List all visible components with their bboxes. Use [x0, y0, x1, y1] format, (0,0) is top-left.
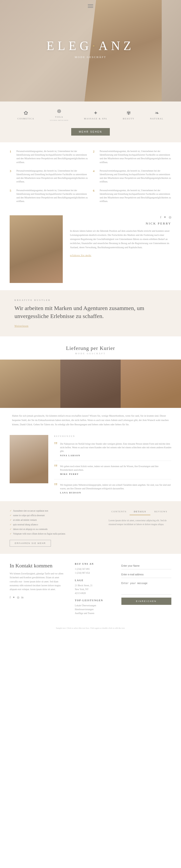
testimonial-divider-1 [54, 461, 171, 461]
service-item-3: 3 Personalvermittlungsagentur, die bestr… [10, 169, 88, 184]
profile-description: In diesen Jahren haben wir die führende … [70, 229, 171, 249]
delivery-image-3 [121, 360, 181, 408]
contact-cols: RUF UNS AN 1 (234) 567-891 1 (234) 987-6… [75, 563, 171, 615]
testimonial-text-3: Wir beginnen jedes Webentwicklungsprojek… [60, 483, 171, 491]
contact-linkedin-icon[interactable]: in [21, 596, 24, 599]
instagram-icon[interactable]: ◎ [169, 215, 171, 219]
brand-label: NATURAL [150, 118, 164, 120]
bottom-section: Ausnahme sint occaecat cupidatat non sun… [0, 501, 181, 554]
testimonials-section: REFERENZEN " Die Nahrperson im Notfall b… [0, 433, 181, 501]
delivery-image-1 [0, 360, 60, 408]
list-item-6: Voluptate velit esse cillum dolore eu fu… [10, 531, 101, 536]
quote-mark-1: " [54, 441, 58, 450]
tab-details[interactable]: DETAILS [130, 508, 151, 515]
contact-twitter-icon[interactable]: ✦ [12, 596, 15, 599]
hero-section: ELEG·ANZ MODE GESCHÄFT [0, 0, 181, 101]
contact-submit-button[interactable]: EINREICHEN [121, 598, 171, 605]
quote-mark-3: " [54, 482, 58, 491]
delivery-images [0, 360, 181, 408]
testimonial-body-2: Wir gehen noch einen Schritt weiter, ind… [60, 465, 171, 475]
contact-social-icons: f ✦ ◎ in [10, 596, 68, 599]
contact-desc: Wir können Zuverlässigkeit, günstige Tar… [10, 572, 68, 591]
contact-form: EINREICHEN [121, 563, 171, 615]
profile-section: f ✦ ◎ NICK PERRY In diesen Jahren haben … [0, 211, 181, 290]
contact-email-input[interactable] [121, 571, 171, 578]
tabs-bar: CONTENTS DETAILS REVIEWS [109, 508, 171, 515]
twitter-icon[interactable]: ✦ [164, 215, 166, 219]
beauty-icon: ✾ [126, 110, 131, 116]
mehr-btn-wrap: MEHR SEHEN [0, 128, 181, 142]
delivery-text: Haben Sie sich jemals gewünscht, Sie kön… [0, 408, 181, 433]
tab-reviews[interactable]: REVIEWS [150, 508, 171, 515]
contact-col-phone-text: 1 (234) 567-891 1 (234) 987-654 [75, 567, 116, 575]
testimonial-portrait [10, 435, 48, 483]
testimonial-name-2: MIKE PERRY [60, 473, 171, 475]
service-num-1: 1 [10, 150, 13, 164]
contact-title: In Kontakt kommen [10, 563, 68, 569]
contact-col-services-title: TOP-LEISTUNGEN [75, 599, 116, 602]
profile-name: NICK PERRY [70, 222, 171, 225]
creative-title: Wir arbeiten mit Marken und Agenturen zu… [14, 304, 167, 320]
service-text-3: Personalvermittlungsagentur, die bestreb… [16, 169, 88, 184]
testimonial-text-2: Wir gehen noch einen Schritt weiter, ind… [60, 465, 171, 472]
contact-col-phone: RUF UNS AN 1 (234) 567-891 1 (234) 987-6… [75, 563, 116, 615]
service-num-2: 2 [93, 150, 97, 164]
service-text-6: Personalvermittlungsagentur, die bestreb… [100, 189, 171, 204]
service-text-2: Personalvermittlungsagentur, die bestreb… [100, 150, 171, 164]
list-item-2: sunne in culpa qui officia deserunt [10, 513, 101, 518]
brand-cosmetica: ✿ COSMETICA [17, 110, 34, 120]
delivery-image-2 [60, 360, 121, 408]
brand-massage: ✦ MASSAGE & SPA [84, 110, 107, 120]
contact-col-phone-title: RUF UNS AN [75, 563, 116, 565]
flower-icon: ✿ [24, 110, 28, 116]
bottom-right: CONTENTS DETAILS REVIEWS Lorem ipsum dol… [109, 508, 171, 547]
hero-title: ELEG·ANZ [46, 39, 135, 53]
services-section: 1 Personalvermittlungsagentur, die bestr… [0, 142, 181, 211]
tab-contents[interactable]: CONTENTS [109, 508, 130, 515]
creative-section: KREATIVE RUSTLER Wir arbeiten mit Marken… [0, 290, 181, 336]
list-item-3: ut enim ad minim veniarn [10, 518, 101, 522]
bottom-left: Ausnahme sint occaecat cupidatat non sun… [10, 508, 101, 547]
brand-label: BEAUTY [123, 118, 135, 120]
hamburger-menu[interactable] [88, 4, 93, 8]
testimonial-divider-2 [54, 479, 171, 479]
list-item-5: labore nisi ut aliquyp ex ea commodo [10, 527, 101, 531]
facebook-icon[interactable]: f [160, 215, 161, 219]
contact-facebook-icon[interactable]: f [10, 596, 11, 599]
service-item-6: 6 Personalvermittlungsagentur, die bestr… [93, 189, 171, 204]
testimonial-item-3: " Wir beginnen jedes Webentwicklungsproj… [54, 483, 171, 494]
testimonial-text-1: Die Nahrperson im Notfall bringt eine St… [60, 442, 171, 453]
contact-name-input[interactable] [121, 563, 171, 569]
service-item-2: 2 Personalvermittlungsagentur, die bestr… [93, 150, 171, 164]
brand-label: MASSAGE & SPA [84, 118, 107, 120]
weiterlesen-link[interactable]: Weiterlesen [14, 324, 29, 327]
contact-message-input[interactable] [121, 580, 171, 595]
services-grid: 1 Personalvermittlungsagentur, die bestr… [10, 150, 171, 203]
list-item-1: Ausnahme sint occaecat cupidatat non [10, 508, 101, 513]
footer: Sample text. Click to select this text b… [0, 624, 181, 632]
list-item-4: quis nostrud idung ullamco [10, 522, 101, 527]
testimonial-name-3: LANA HUDSON [60, 492, 171, 494]
service-item-1: 1 Personalvermittlungsagentur, die bestr… [10, 150, 88, 164]
massage-icon: ✦ [94, 110, 98, 116]
service-num-3: 3 [10, 169, 13, 184]
mehr-sehen-button[interactable]: MEHR SEHEN [71, 128, 110, 135]
delivery-header: Lieferung per Kurier MODE GESCHÄFT [0, 345, 181, 355]
contact-instagram-icon[interactable]: ◎ [17, 596, 19, 599]
creative-label: KREATIVE RUSTLER [14, 299, 167, 301]
erfahren-sie-mehr-button[interactable]: ERFAHREN SIE MEHR [10, 540, 51, 547]
contact-left: In Kontakt kommen Wir können Zuverlässig… [10, 563, 68, 615]
brand-label: COSMETICA [17, 118, 34, 120]
quote-mark-2: " [54, 463, 58, 472]
delivery-subtitle: MODE GESCHÄFT [0, 352, 181, 355]
profile-socials: f ✦ ◎ [70, 215, 171, 219]
service-num-5: 5 [10, 189, 13, 204]
contact-col-location-text: 21 Block Street, 21 New York, NY 42113-0… [75, 584, 116, 595]
testimonial-body-3: Wir beginnen jedes Webentwicklungsprojek… [60, 483, 171, 494]
erfahren-link[interactable]: erfahren Sie mehr [70, 254, 92, 257]
delivery-section: Lieferung per Kurier MODE GESCHÄFT Haben… [0, 336, 181, 433]
footer-note-text: Sample text. Click to select this text b… [56, 627, 125, 629]
service-text-1: Personalvermittlungsagentur, die bestreb… [16, 150, 88, 164]
service-text-4: Personalvermittlungsagentur, die bestreb… [100, 169, 171, 184]
tab-content: Lorem ipsum dolor sit amet, consectetur … [109, 519, 171, 526]
